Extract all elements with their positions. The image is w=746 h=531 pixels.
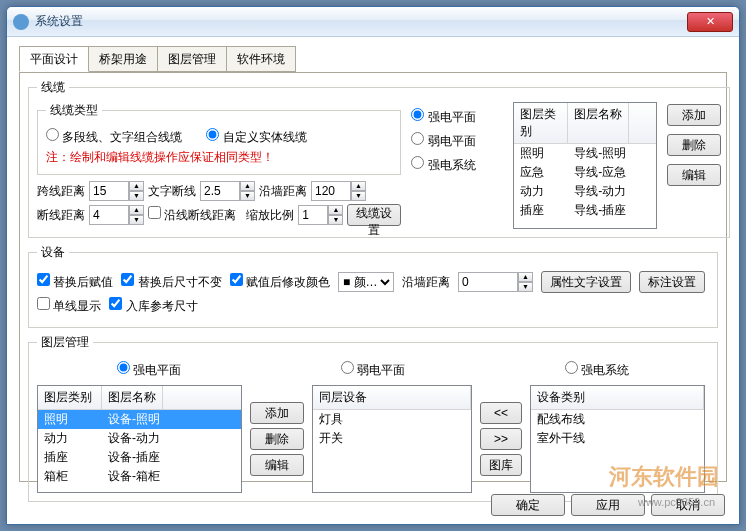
layer-scope-radios: 强电平面 弱电平面 强电系统 (37, 361, 709, 379)
wall-dist-input[interactable] (311, 181, 351, 201)
col-layer-cat: 图层类别 (514, 103, 568, 143)
settings-window: 系统设置 ✕ 平面设计 桥架用途 图层管理 软件环境 线缆 线缆类型 多段线、文… (6, 6, 740, 525)
layer-del-button[interactable]: 删除 (250, 428, 304, 450)
cable-scope-radios: 强电平面 弱电平面 强电系统 (411, 102, 503, 229)
cable-type-polyline[interactable]: 多段线、文字组合线缆 (46, 128, 182, 146)
break-dist-input[interactable] (89, 205, 129, 225)
text-break-input[interactable] (200, 181, 240, 201)
close-button[interactable]: ✕ (687, 12, 733, 32)
col-same-device: 同层设备 (313, 386, 471, 409)
ok-button[interactable]: 确定 (491, 494, 565, 516)
spin-up-icon[interactable]: ▲ (129, 205, 144, 215)
tab-strip: 平面设计 桥架用途 图层管理 软件环境 (19, 46, 727, 73)
radio-strong-plane[interactable]: 强电平面 (411, 108, 503, 126)
spin-down-icon[interactable]: ▼ (240, 191, 255, 201)
cable-settings-button[interactable]: 线缆设置 (347, 204, 401, 226)
list-item: 灯具 (313, 410, 471, 429)
device-wall-dist-input[interactable] (458, 272, 518, 292)
attr-text-settings-button[interactable]: 属性文字设置 (541, 271, 631, 293)
device-legend: 设备 (37, 244, 69, 261)
device-wall-dist-label: 沿墙距离 (402, 274, 450, 291)
radio2-weak-plane[interactable]: 弱电平面 (341, 361, 405, 379)
span-dist-label: 跨线距离 (37, 183, 85, 200)
singleline-checkbox[interactable]: 单线显示 (37, 297, 101, 315)
move-left-button[interactable]: << (480, 402, 522, 424)
cable-add-button[interactable]: 添加 (667, 104, 721, 126)
list-item: 室外干线 (531, 429, 704, 448)
replace-keepsize-checkbox[interactable]: 替换后尺寸不变 (121, 273, 221, 291)
apply-button[interactable]: 应用 (571, 494, 645, 516)
col-device-cat: 设备类别 (531, 386, 704, 409)
layer-table[interactable]: 图层类别图层名称 照明设备-照明 动力设备-动力 插座设备-插座 箱柜设备-箱柜 (37, 385, 242, 493)
cable-type-legend: 线缆类型 (46, 102, 102, 119)
device-group: 设备 替换后赋值 替换后尺寸不变 赋值后修改颜色 ■ 颜… 沿墙距离 ▲▼ 属性… (28, 244, 718, 328)
spin-down-icon[interactable]: ▼ (129, 215, 144, 225)
lib-refsize-checkbox[interactable]: 入库参考尺寸 (109, 297, 197, 315)
tab-panel: 线缆 线缆类型 多段线、文字组合线缆 自定义实体线缆 注：绘制和编辑线缆操作应保… (19, 72, 727, 482)
col-layer-cat2: 图层类别 (38, 386, 102, 409)
cable-type-group: 线缆类型 多段线、文字组合线缆 自定义实体线缆 注：绘制和编辑线缆操作应保证相同… (37, 102, 401, 175)
same-layer-device-list[interactable]: 同层设备 灯具 开关 (312, 385, 472, 493)
replace-assign-checkbox[interactable]: 替换后赋值 (37, 273, 113, 291)
table-row: 动力设备-动力 (38, 429, 241, 448)
assign-recolor-checkbox[interactable]: 赋值后修改颜色 (230, 273, 330, 291)
break-dist-label: 断线距离 (37, 207, 85, 224)
gallery-button[interactable]: 图库 (480, 454, 522, 476)
annotation-settings-button[interactable]: 标注设置 (639, 271, 705, 293)
cable-del-button[interactable]: 删除 (667, 134, 721, 156)
spin-up-icon[interactable]: ▲ (351, 181, 366, 191)
col-layer-name2: 图层名称 (102, 386, 163, 409)
tab-soft-env[interactable]: 软件环境 (226, 46, 296, 72)
app-icon (13, 14, 29, 30)
table-row: 插座设备-插座 (38, 448, 241, 467)
cable-type-note: 注：绘制和编辑线缆操作应保证相同类型！ (46, 149, 392, 166)
col-layer-name: 图层名称 (568, 103, 629, 143)
text-break-label: 文字断线 (148, 183, 196, 200)
spin-down-icon[interactable]: ▼ (328, 215, 343, 225)
dialog-buttons: 确定 应用 取消 (491, 494, 725, 516)
cable-edit-button[interactable]: 编辑 (667, 164, 721, 186)
spin-up-icon[interactable]: ▲ (240, 181, 255, 191)
layer-edit-button[interactable]: 编辑 (250, 454, 304, 476)
tab-plane-design[interactable]: 平面设计 (19, 46, 89, 72)
move-right-button[interactable]: >> (480, 428, 522, 450)
layer-mgmt-legend: 图层管理 (37, 334, 93, 351)
spin-up-icon[interactable]: ▲ (328, 205, 343, 215)
window-title: 系统设置 (35, 13, 687, 30)
spin-up-icon[interactable]: ▲ (518, 272, 533, 282)
cancel-button[interactable]: 取消 (651, 494, 725, 516)
scale-label: 缩放比例 (246, 207, 294, 224)
list-item: 开关 (313, 429, 471, 448)
radio2-strong-system[interactable]: 强电系统 (565, 361, 629, 379)
tab-bridge[interactable]: 桥架用途 (88, 46, 158, 72)
cable-type-custom[interactable]: 自定义实体线缆 (206, 128, 306, 146)
table-row: 照明设备-照明 (38, 410, 241, 429)
radio2-strong-plane[interactable]: 强电平面 (117, 361, 181, 379)
list-item: 配线布线 (531, 410, 704, 429)
radio-strong-system[interactable]: 强电系统 (411, 156, 503, 174)
radio-weak-plane[interactable]: 弱电平面 (411, 132, 503, 150)
spin-up-icon[interactable]: ▲ (129, 181, 144, 191)
layer-add-button[interactable]: 添加 (250, 402, 304, 424)
spin-down-icon[interactable]: ▼ (351, 191, 366, 201)
span-dist-input[interactable] (89, 181, 129, 201)
along-break-checkbox[interactable]: 沿线断线距离 (148, 206, 236, 224)
cable-group: 线缆 线缆类型 多段线、文字组合线缆 自定义实体线缆 注：绘制和编辑线缆操作应保… (28, 79, 730, 238)
cable-legend: 线缆 (37, 79, 69, 96)
titlebar: 系统设置 ✕ (7, 7, 739, 37)
spin-down-icon[interactable]: ▼ (129, 191, 144, 201)
spin-down-icon[interactable]: ▼ (518, 282, 533, 292)
device-category-list[interactable]: 设备类别 配线布线 室外干线 (530, 385, 705, 493)
color-select[interactable]: ■ 颜… (338, 272, 394, 292)
layer-mgmt-group: 图层管理 强电平面 弱电平面 强电系统 图层类别图层名称 照明设备-照明 动力设… (28, 334, 718, 502)
scale-input[interactable] (298, 205, 328, 225)
table-row: 箱柜设备-箱柜 (38, 467, 241, 486)
wall-dist-label: 沿墙距离 (259, 183, 307, 200)
cable-layer-table[interactable]: 图层类别图层名称 照明导线-照明 应急导线-应急 动力导线-动力 插座导线-插座 (513, 102, 657, 229)
tab-layer-mgmt[interactable]: 图层管理 (157, 46, 227, 72)
